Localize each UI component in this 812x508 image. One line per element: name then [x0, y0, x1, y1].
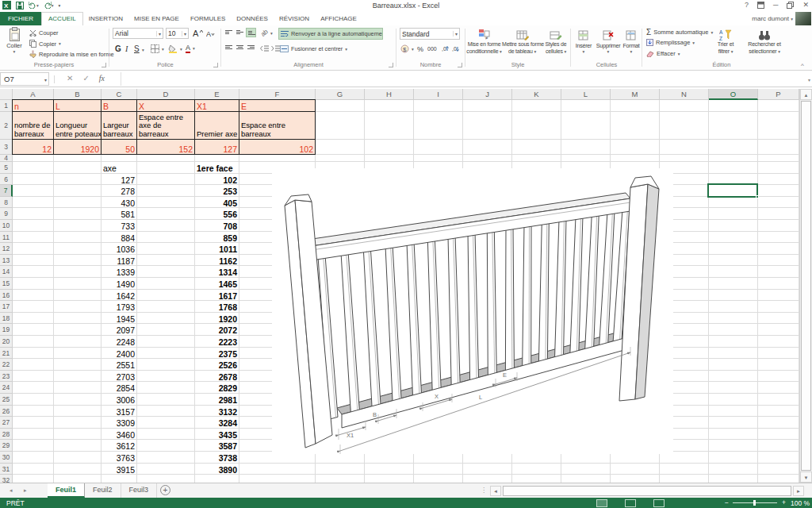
- row-header-20[interactable]: 20: [0, 336, 13, 348]
- scroll-down-icon[interactable]: ▼: [800, 471, 812, 483]
- row-header-17[interactable]: 17: [0, 301, 13, 313]
- column-header-J[interactable]: J: [463, 89, 512, 100]
- cell-C25[interactable]: 3006: [102, 395, 135, 405]
- align-middle-icon[interactable]: [235, 28, 245, 37]
- format-button[interactable]: Format ▾: [622, 28, 641, 54]
- font-name-select[interactable]: Arial▾: [113, 28, 163, 39]
- enter-icon[interactable]: ✓: [82, 74, 89, 83]
- column-header-G[interactable]: G: [316, 89, 365, 100]
- cell-C31[interactable]: 3915: [102, 465, 135, 475]
- cell-E18[interactable]: 1920: [195, 314, 237, 324]
- row-header-13[interactable]: 13: [0, 255, 13, 267]
- thousands-button[interactable]: 000: [427, 46, 437, 52]
- row-header-27[interactable]: 27: [0, 417, 13, 429]
- cell-E20[interactable]: 2223: [195, 337, 237, 347]
- cell-F3[interactable]: 102: [239, 139, 316, 155]
- selected-cell-outline[interactable]: [707, 183, 758, 198]
- row-header-18[interactable]: 18: [0, 313, 13, 325]
- cell-C30[interactable]: 3763: [102, 453, 135, 463]
- copy-button[interactable]: Copier ▾: [29, 40, 61, 48]
- row-header-11[interactable]: 11: [0, 232, 13, 244]
- clipboard-dialog-launcher[interactable]: [102, 63, 106, 67]
- row-header-3[interactable]: 3: [0, 140, 13, 155]
- cell-E24[interactable]: 2829: [195, 383, 237, 393]
- cell-E30[interactable]: 3738: [195, 453, 237, 463]
- number-format-select[interactable]: Standard▾: [400, 28, 460, 40]
- cell-C5[interactable]: axe: [103, 164, 117, 173]
- cell-C28[interactable]: 3460: [102, 430, 135, 440]
- row-header-29[interactable]: 29: [0, 440, 13, 452]
- cell-D1[interactable]: X: [136, 99, 195, 112]
- cell-E25[interactable]: 2981: [195, 395, 237, 405]
- wrap-text-button[interactable]: Renvoyer à la ligne automatiquement: [278, 28, 383, 40]
- borders-button[interactable]: ▾: [151, 44, 164, 53]
- clear-button[interactable]: Effacer ▾: [646, 50, 680, 57]
- fill-color-button[interactable]: ▾: [168, 44, 182, 53]
- cell-E16[interactable]: 1617: [195, 291, 237, 301]
- tab-mise-en-page[interactable]: MISE EN PAGE: [128, 12, 185, 25]
- tab-insertion[interactable]: INSERTION: [83, 12, 128, 25]
- formula-bar-expand-icon[interactable]: ▾: [808, 77, 810, 83]
- name-box[interactable]: O7▾: [0, 72, 49, 86]
- cut-button[interactable]: Couper: [29, 29, 59, 37]
- conditional-formatting-button[interactable]: ≠ Mise en formeconditionnelle ▾: [466, 27, 502, 55]
- cell-C22[interactable]: 2551: [102, 360, 135, 370]
- increase-decimal-button[interactable]: ,0: [442, 44, 450, 53]
- zoom-level[interactable]: 100 %: [791, 499, 810, 507]
- cell-E1[interactable]: X1: [194, 99, 239, 112]
- cell-C16[interactable]: 1642: [102, 291, 135, 301]
- column-header-O[interactable]: O: [709, 89, 758, 100]
- view-page-layout-icon[interactable]: [625, 499, 636, 507]
- decrease-decimal-button[interactable]: ,0: [452, 44, 460, 53]
- vertical-scrollbar[interactable]: ▲ ▼: [799, 89, 812, 483]
- cell-E5[interactable]: 1ere face: [197, 164, 233, 173]
- view-page-break-icon[interactable]: [653, 499, 665, 507]
- cell-C20[interactable]: 2248: [102, 337, 135, 347]
- row-header-14[interactable]: 14: [0, 266, 13, 278]
- cell-E23[interactable]: 2678: [195, 372, 237, 382]
- align-center-icon[interactable]: [235, 43, 245, 52]
- cell-F1[interactable]: E: [239, 99, 316, 112]
- cell-C12[interactable]: 1036: [102, 244, 135, 254]
- cell-E28[interactable]: 3435: [195, 430, 237, 440]
- cell-E31[interactable]: 3890: [195, 465, 237, 475]
- format-painter-button[interactable]: Reproduire la mise en forme: [29, 50, 114, 58]
- zoom-in-icon[interactable]: +: [782, 498, 786, 506]
- bold-button[interactable]: G: [115, 44, 121, 53]
- sort-filter-button[interactable]: AZ Trier etfiltrer ▾: [710, 27, 741, 55]
- cell-C15[interactable]: 1490: [102, 279, 135, 289]
- cell-C21[interactable]: 2400: [102, 349, 135, 359]
- number-dialog-launcher[interactable]: [458, 63, 462, 67]
- zoom-out-icon[interactable]: −: [725, 498, 729, 506]
- cell-E9[interactable]: 556: [195, 210, 237, 219]
- restore-icon[interactable]: [787, 2, 794, 9]
- row-header-10[interactable]: 10: [0, 220, 13, 232]
- scroll-left-icon[interactable]: ◄: [490, 486, 501, 496]
- column-header-K[interactable]: K: [512, 89, 561, 100]
- select-all-corner[interactable]: [0, 89, 13, 100]
- tab-donnees[interactable]: DONNÉES: [231, 12, 274, 25]
- horizontal-scroll-thumb[interactable]: [503, 486, 791, 496]
- fx-icon[interactable]: fx: [99, 74, 105, 83]
- italic-button[interactable]: I: [125, 44, 128, 53]
- sheet-tab-Feuil3[interactable]: Feuil3: [121, 483, 158, 498]
- vertical-scroll-thumb[interactable]: [801, 101, 811, 471]
- cell-C14[interactable]: 1339: [102, 267, 135, 277]
- cell-E13[interactable]: 1162: [195, 256, 237, 266]
- cell-E6[interactable]: 102: [195, 175, 237, 185]
- sheet-nav-left-icon[interactable]: ◂: [10, 487, 13, 494]
- accounting-format-button[interactable]: $▾: [400, 44, 414, 53]
- cell-E14[interactable]: 1314: [195, 267, 237, 277]
- close-icon[interactable]: ✕: [802, 1, 809, 9]
- align-bottom-icon[interactable]: [246, 28, 256, 37]
- row-header-9[interactable]: 9: [0, 208, 13, 220]
- row-header-1[interactable]: 1: [0, 100, 13, 112]
- orientation-button[interactable]: ab▾: [261, 29, 273, 37]
- view-normal-icon[interactable]: [596, 499, 607, 507]
- cell-A3[interactable]: 12: [12, 139, 54, 155]
- cell-C8[interactable]: 430: [102, 198, 135, 208]
- autosum-button[interactable]: Σ Somme automatique ▾: [646, 28, 713, 37]
- format-as-table-button[interactable]: Mettre sous formede tableau ▾: [502, 27, 542, 55]
- delete-button[interactable]: Supprimer ▾: [596, 28, 621, 54]
- cell-styles-button[interactable]: Styles decellules ▾: [542, 27, 569, 55]
